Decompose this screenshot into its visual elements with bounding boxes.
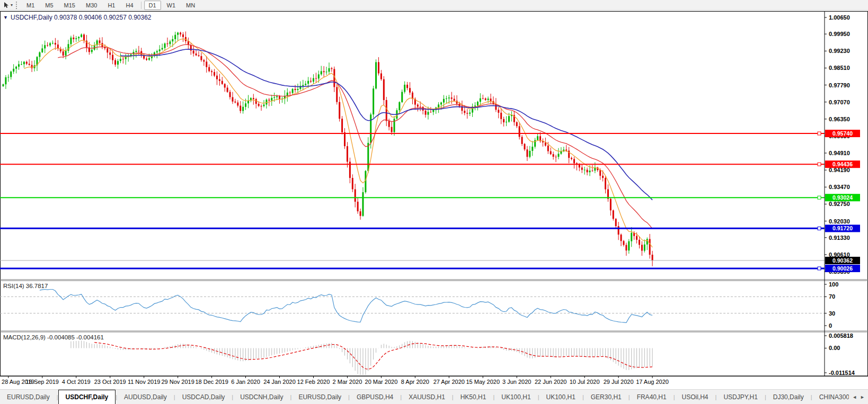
chart-tab-usoil-h4[interactable]: USOil,H4 [675, 390, 715, 404]
date-axis-label: 3 Jun 2020 [502, 379, 531, 385]
cursor-arrow-icon [3, 2, 10, 8]
chart-title-ohlc: USDCHF,Daily 0.90378 0.90406 0.90257 0.9… [11, 14, 152, 21]
rsi-axis-tick-label: 70 [829, 293, 835, 300]
top-toolbar: ▾ M1 M5 M15 M30 H1 H4 D1 W1 MN [0, 0, 868, 11]
chart-tab-hk50-h1[interactable]: HK50,H1 [454, 390, 493, 404]
chart-tab-gbpusd-h4[interactable]: GBPUSD,H4 [350, 390, 400, 404]
line-drag-handle[interactable] [818, 227, 821, 230]
line-price-label-text: 0.90026 [832, 265, 853, 272]
timeframe-m1-button[interactable]: M1 [22, 1, 39, 10]
tabs-scroll-left-icon[interactable]: ◄ [852, 394, 857, 400]
macd-axis-tick-label: 0.005818 [829, 333, 853, 339]
date-axis-label: 4 Oct 2019 [62, 379, 91, 385]
line-drag-handle[interactable] [818, 163, 821, 166]
chart-tab-eurusd-daily[interactable]: EURUSD,Daily [0, 390, 57, 404]
timeframe-h1-button[interactable]: H1 [103, 1, 120, 10]
macd-indicator-label: MACD(12,26,9) -0.004085 -0.004161 [3, 334, 104, 340]
chart-tab-uk100-h1[interactable]: UK100,H1 [494, 390, 537, 404]
date-axis-label: 29 Nov 2019 [161, 379, 194, 385]
chart-collapse-icon[interactable]: ▼ [3, 15, 8, 20]
date-axis-label: 6 Jan 2020 [231, 379, 260, 385]
chart-tab-usdcad-daily[interactable]: USDCAD,Daily [175, 390, 232, 404]
line-price-label-text: 0.91720 [832, 225, 853, 231]
cursor-tool-icon[interactable] [1, 1, 11, 10]
date-axis-label: 12 Feb 2020 [297, 379, 330, 385]
date-axis-label: 29 Jul 2020 [604, 379, 634, 385]
price-axis-tick-label: 0.91330 [829, 235, 850, 241]
line-drag-handle[interactable] [818, 132, 821, 135]
chart-background [0, 11, 868, 389]
date-axis-label: 10 Jul 2020 [570, 379, 600, 385]
date-axis-label: 24 Jan 2020 [263, 379, 296, 385]
price-axis-tick-label: 0.99950 [829, 31, 850, 37]
cursor-tool-dropdown-icon[interactable]: ▾ [11, 3, 13, 7]
chart-tab-usdcnh-daily[interactable]: USDCNH,Daily [233, 390, 290, 404]
date-axis-label: 2 Mar 2020 [333, 379, 362, 385]
timeframe-w1-button[interactable]: W1 [162, 1, 181, 10]
chart-tab-ger30-h1[interactable]: GER30,H1 [584, 390, 628, 404]
macd-axis-tick-label: 0.00 [829, 345, 840, 351]
chart-tabs-list: EURUSD,Daily|USDCHF,Daily|AUDUSD,Daily|U… [0, 390, 849, 404]
tabs-scroll-right-icon[interactable]: ► [860, 394, 865, 400]
rsi-axis-tick-label: 100 [829, 281, 838, 288]
timeframe-m5-button[interactable]: M5 [40, 1, 58, 10]
price-axis-tick-label: 0.92750 [829, 201, 850, 207]
line-price-label-text: 0.90362 [832, 257, 853, 264]
price-axis-tick-label: 0.99230 [829, 48, 850, 54]
chart-tab-usdchf-daily[interactable]: USDCHF,Daily [58, 390, 116, 404]
price-chart-canvas[interactable]: 1.006500.999500.992300.985100.977900.970… [0, 11, 868, 389]
line-price-label-text: 0.94436 [832, 161, 853, 167]
date-axis-label: 8 Apr 2020 [401, 379, 429, 385]
price-axis-tick-label: 0.92030 [829, 218, 850, 225]
price-axis-tick-label: 0.97070 [829, 99, 850, 105]
chart-tab-fra40-h1[interactable]: FRA40,H1 [630, 390, 674, 404]
timeframe-mn-button[interactable]: MN [181, 1, 200, 10]
timeframe-m15-button[interactable]: M15 [59, 1, 80, 10]
timeframe-d1-button[interactable]: D1 [144, 1, 161, 10]
timeframe-m30-button[interactable]: M30 [81, 1, 102, 10]
chart-tab-xauusd-h1[interactable]: XAUUSD,H1 [402, 390, 452, 404]
chart-tab-eurusd-daily[interactable]: EURUSD,Daily [291, 390, 348, 404]
chart-tab-audusd-daily[interactable]: AUDUSD,Daily [117, 390, 174, 404]
price-axis-tick-label: 0.93470 [829, 184, 850, 190]
chart-tabs-bar: EURUSD,Daily|USDCHF,Daily|AUDUSD,Daily|U… [0, 389, 868, 404]
chart-tab-china300-h1[interactable]: CHINA300,H1 [812, 390, 849, 404]
chart-window[interactable]: 1.006500.999500.992300.985100.977900.970… [0, 11, 868, 389]
price-axis-tick-label: 0.97790 [829, 82, 850, 88]
price-axis-tick-label: 0.98510 [829, 65, 850, 71]
macd-axis-tick-label: -0.011514 [829, 370, 855, 376]
line-price-label-text: 0.95740 [832, 130, 853, 137]
rsi-axis-tick-label: 0 [829, 322, 832, 329]
line-drag-handle[interactable] [818, 196, 821, 199]
date-axis-label: 18 Dec 2019 [195, 379, 228, 385]
tabs-scroll-arrows: ◄ ► [849, 390, 868, 404]
line-price-label-text: 0.93024 [832, 194, 853, 201]
rsi-indicator-label: RSI(14) 36.7817 [3, 283, 48, 289]
rsi-axis-tick-label: 30 [829, 310, 835, 317]
date-axis-label: 11 Nov 2019 [128, 379, 161, 385]
toolbar-grip-handle[interactable] [16, 2, 19, 9]
price-axis-tick-label: 0.96350 [829, 116, 850, 122]
chart-tab-dj30-daily[interactable]: DJ30,Daily [766, 390, 811, 404]
date-axis-label: 23 Oct 2019 [94, 379, 126, 385]
line-drag-handle[interactable] [818, 267, 821, 270]
chart-tab-uk100-h1[interactable]: UK100,H1 [539, 390, 582, 404]
date-axis-label: 27 Apr 2020 [433, 379, 465, 385]
price-axis-tick-label: 0.94910 [829, 150, 850, 156]
date-axis-label: 20 Mar 2020 [365, 379, 398, 385]
date-axis-label: 15 May 2020 [466, 379, 500, 385]
toolbar-separator [141, 2, 141, 9]
price-axis-tick-label: 1.00650 [829, 14, 850, 21]
timeframe-h4-button[interactable]: H4 [121, 1, 138, 10]
chart-tab-usdjpy-h1[interactable]: USDJPY,H1 [716, 390, 764, 404]
date-axis-label: 16 Sep 2019 [26, 379, 59, 385]
date-axis-label: 17 Aug 2020 [636, 379, 669, 385]
date-axis-label: 22 Jun 2020 [535, 379, 567, 385]
